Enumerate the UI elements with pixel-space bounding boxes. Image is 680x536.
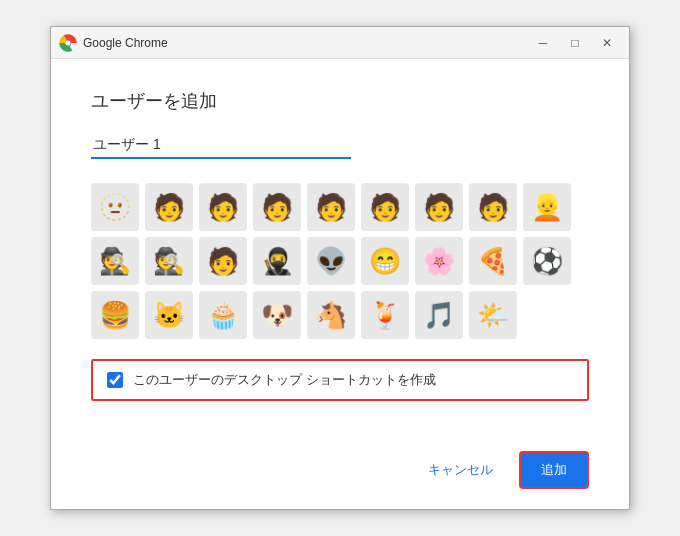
avatar-cell[interactable]: 🍔 <box>91 291 139 339</box>
avatar-cell[interactable]: ⚽ <box>523 237 571 285</box>
svg-point-2 <box>65 40 70 45</box>
avatar-cell[interactable]: 🧑 <box>253 183 301 231</box>
avatar-cell[interactable]: 🐶 <box>253 291 301 339</box>
window-controls: ─ □ ✕ <box>529 33 621 53</box>
main-window: Google Chrome ─ □ ✕ ユーザーを追加 🫥🧑🧑🧑🧑🧑🧑🧑👱🕵️🕵… <box>50 26 630 510</box>
section-title: ユーザーを追加 <box>91 89 589 113</box>
avatar-cell[interactable]: 👽 <box>307 237 355 285</box>
avatar-cell[interactable]: 🧁 <box>199 291 247 339</box>
window-title: Google Chrome <box>83 36 529 50</box>
avatar-cell[interactable]: 🧑 <box>199 237 247 285</box>
avatar-cell[interactable]: 🐴 <box>307 291 355 339</box>
title-bar: Google Chrome ─ □ ✕ <box>51 27 629 59</box>
avatar-cell[interactable]: 🕵️ <box>91 237 139 285</box>
avatar-cell[interactable]: 🫥 <box>91 183 139 231</box>
avatar-cell[interactable]: 🧑 <box>415 183 463 231</box>
shortcut-label: このユーザーのデスクトップ ショートカットを作成 <box>133 371 436 389</box>
user-name-input[interactable] <box>91 133 351 159</box>
close-button[interactable]: ✕ <box>593 33 621 53</box>
avatar-cell[interactable]: 🧑 <box>469 183 517 231</box>
avatar-cell[interactable]: 😁 <box>361 237 409 285</box>
avatar-cell[interactable]: 🧑 <box>307 183 355 231</box>
avatar-cell[interactable]: 🕵️ <box>145 237 193 285</box>
shortcut-checkbox[interactable] <box>107 372 123 388</box>
avatar-cell[interactable]: 🎵 <box>415 291 463 339</box>
avatar-cell[interactable]: 🧑 <box>145 183 193 231</box>
avatar-cell[interactable]: 🥷 <box>253 237 301 285</box>
maximize-button[interactable]: □ <box>561 33 589 53</box>
avatar-cell[interactable]: 🌤️ <box>469 291 517 339</box>
avatar-cell[interactable]: 🍕 <box>469 237 517 285</box>
add-button[interactable]: 追加 <box>519 451 589 489</box>
dialog-footer: キャンセル 追加 <box>51 441 629 509</box>
shortcut-checkbox-section: このユーザーのデスクトップ ショートカットを作成 <box>91 359 589 401</box>
avatar-cell[interactable]: 🍹 <box>361 291 409 339</box>
minimize-button[interactable]: ─ <box>529 33 557 53</box>
avatar-cell[interactable]: 🌸 <box>415 237 463 285</box>
avatar-cell[interactable]: 👱 <box>523 183 571 231</box>
avatar-cell[interactable]: 🧑 <box>199 183 247 231</box>
cancel-button[interactable]: キャンセル <box>412 453 509 487</box>
dialog-content: ユーザーを追加 🫥🧑🧑🧑🧑🧑🧑🧑👱🕵️🕵️🧑🥷👽😁🌸🍕⚽🍔🐱🧁🐶🐴🍹🎵🌤️ この… <box>51 59 629 441</box>
avatar-grid: 🫥🧑🧑🧑🧑🧑🧑🧑👱🕵️🕵️🧑🥷👽😁🌸🍕⚽🍔🐱🧁🐶🐴🍹🎵🌤️ <box>91 183 589 339</box>
avatar-cell[interactable]: 🧑 <box>361 183 409 231</box>
chrome-icon <box>59 34 77 52</box>
avatar-cell[interactable]: 🐱 <box>145 291 193 339</box>
